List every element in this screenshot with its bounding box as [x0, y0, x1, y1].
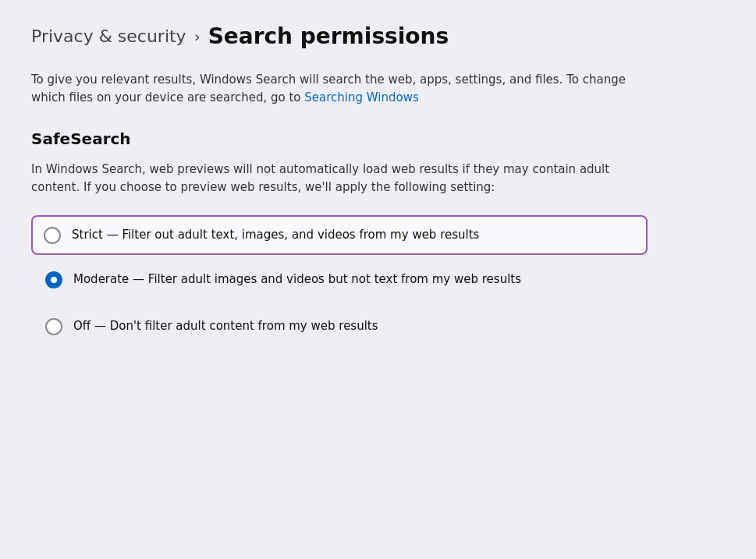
- option-off[interactable]: Off — Don't filter adult content from my…: [31, 305, 648, 348]
- radio-strict[interactable]: [44, 227, 61, 244]
- searching-windows-link[interactable]: Searching Windows: [304, 90, 418, 104]
- option-strict[interactable]: Strict — Filter out adult text, images, …: [31, 215, 648, 255]
- option-strict-label: Strict — Filter out adult text, images, …: [72, 226, 479, 244]
- page-container: Privacy & security › Search permissions …: [0, 0, 756, 559]
- radio-moderate[interactable]: [45, 271, 62, 288]
- option-moderate[interactable]: Moderate — Filter adult images and video…: [31, 258, 648, 301]
- option-moderate-label: Moderate — Filter adult images and video…: [73, 271, 521, 288]
- breadcrumb-parent: Privacy & security: [31, 27, 186, 46]
- chevron-icon: ›: [194, 27, 201, 46]
- breadcrumb: Privacy & security › Search permissions: [31, 23, 725, 49]
- option-off-label: Off — Don't filter adult content from my…: [73, 317, 378, 335]
- intro-description: To give you relevant results, Windows Se…: [31, 71, 640, 108]
- safesearch-options: Strict — Filter out adult text, images, …: [31, 215, 648, 348]
- page-title: Search permissions: [208, 23, 449, 49]
- safesearch-title: SafeSearch: [31, 129, 725, 148]
- radio-moderate-inner: [51, 277, 57, 283]
- radio-off[interactable]: [45, 318, 62, 335]
- safesearch-description: In Windows Search, web previews will not…: [31, 161, 640, 197]
